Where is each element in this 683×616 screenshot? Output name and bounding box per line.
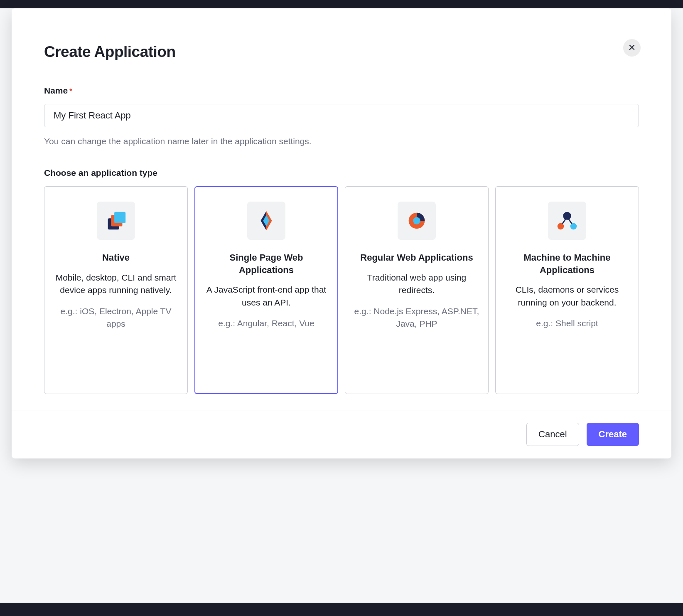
type-title: Regular Web Applications — [360, 251, 473, 264]
type-title: Single Page Web Applications — [203, 251, 329, 276]
close-button[interactable] — [623, 39, 641, 57]
type-desc: Mobile, desktop, CLI and smart device ap… — [53, 271, 179, 297]
svg-point-9 — [413, 217, 420, 224]
type-section-label: Choose an application type — [44, 168, 639, 178]
close-icon — [628, 44, 636, 52]
type-title: Machine to Machine Applications — [504, 251, 630, 276]
native-icon — [97, 202, 135, 240]
type-example: e.g.: Angular, React, Vue — [218, 317, 314, 330]
required-indicator: * — [69, 88, 72, 95]
svg-point-14 — [570, 223, 577, 229]
type-example: e.g.: Node.js Express, ASP.NET, Java, PH… — [354, 305, 480, 330]
type-grid: Native Mobile, desktop, CLI and smart de… — [44, 186, 639, 394]
modal-title: Create Application — [44, 43, 639, 61]
m2m-icon — [548, 202, 586, 240]
modal-footer: Cancel Create — [12, 411, 671, 458]
type-card-spa[interactable]: Single Page Web Applications A JavaScrip… — [194, 186, 338, 394]
svg-point-13 — [558, 223, 564, 229]
type-card-m2m[interactable]: Machine to Machine Applications CLIs, da… — [495, 186, 639, 394]
regular-web-icon — [398, 202, 436, 240]
type-card-native[interactable]: Native Mobile, desktop, CLI and smart de… — [44, 186, 188, 394]
create-button[interactable]: Create — [587, 423, 639, 446]
cancel-button[interactable]: Cancel — [526, 423, 579, 446]
type-desc: A JavaScript front-end app that uses an … — [203, 283, 329, 309]
name-hint: You can change the application name late… — [44, 136, 639, 146]
spa-icon — [247, 202, 285, 240]
svg-point-12 — [563, 212, 571, 220]
create-application-modal: Create Application Name* You can change … — [12, 8, 671, 458]
name-field: Name* You can change the application nam… — [44, 86, 639, 146]
type-example: e.g.: Shell script — [536, 317, 598, 330]
name-label: Name — [44, 86, 68, 96]
name-input[interactable] — [44, 104, 639, 127]
type-desc: CLIs, daemons or services running on you… — [504, 283, 630, 309]
svg-rect-4 — [114, 212, 125, 223]
type-card-regular-web[interactable]: Regular Web Applications Traditional web… — [345, 186, 489, 394]
type-desc: Traditional web app using redirects. — [354, 271, 480, 297]
type-example: e.g.: iOS, Electron, Apple TV apps — [53, 305, 179, 330]
type-title: Native — [102, 251, 130, 264]
